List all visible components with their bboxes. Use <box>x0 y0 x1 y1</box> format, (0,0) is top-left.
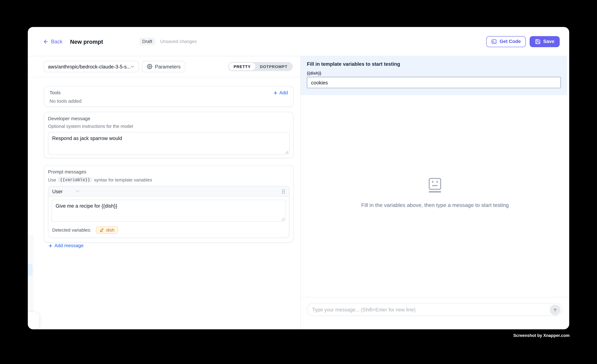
developer-message-title: Developer message <box>48 116 290 121</box>
save-label: Save <box>543 39 554 44</box>
prompt-messages-card: Prompt messages Use {{variable}} syntax … <box>44 165 294 243</box>
tools-empty-text: No tools added <box>49 99 288 104</box>
tools-card: Tools Add No tools added <box>44 86 294 107</box>
save-button[interactable]: Save <box>530 36 560 47</box>
parameters-button[interactable]: Parameters <box>142 61 186 72</box>
cut-off-sidebar-active-item[interactable] <box>28 264 33 276</box>
get-code-label: Get Code <box>500 39 521 44</box>
watermark-text: Screenshot by Xnapper.com <box>513 333 570 338</box>
plus-icon <box>273 90 278 95</box>
editor-cards: Tools Add No tools added Devel <box>28 77 300 243</box>
variable-badge[interactable]: dish <box>96 226 118 234</box>
role-selector[interactable]: User <box>52 188 63 194</box>
toggle-option-pretty[interactable]: PRETTY <box>229 63 255 70</box>
cut-off-popover-card <box>28 312 39 329</box>
main-split: aws/anthropic/bedrock-claude-3-5-s... Pa… <box>28 56 569 329</box>
robot-face-icon <box>429 178 441 193</box>
arrow-up-icon <box>552 307 558 312</box>
variable-syntax-code: {{variable}} <box>58 177 92 182</box>
detected-variables-label: Detected variables: <box>52 228 91 233</box>
chevron-down-icon[interactable] <box>76 189 80 194</box>
variable-value-input[interactable] <box>307 77 561 88</box>
hint-suffix: syntax for template variables <box>94 177 152 182</box>
plus-icon <box>48 243 53 248</box>
empty-state-text: Fill in the variables above, then type a… <box>361 202 509 208</box>
add-tool-button[interactable]: Add <box>273 90 288 95</box>
gear-icon <box>147 64 152 69</box>
page-title: New prompt <box>70 38 103 45</box>
tester-panel: Fill in template variables to start test… <box>301 56 569 329</box>
terminal-window-icon <box>491 39 497 44</box>
variable-badge-label: dish <box>106 228 115 233</box>
toggle-option-dotprompt[interactable]: DOTPROMPT <box>255 63 292 70</box>
floppy-disk-icon <box>535 39 541 44</box>
parameters-label: Parameters <box>155 64 181 69</box>
pencil-line-icon <box>99 228 104 232</box>
developer-message-textarea[interactable]: Respond as jack sparrow would <box>48 132 290 155</box>
chevron-down-icon <box>130 64 135 69</box>
back-label: Back <box>51 39 63 44</box>
message-header: User <box>48 186 289 197</box>
variable-key-label: {{dish}} <box>307 71 561 75</box>
chat-empty-area: Fill in the variables above, then type a… <box>301 92 569 294</box>
send-button[interactable] <box>550 305 560 315</box>
model-selector-value: aws/anthropic/bedrock-claude-3-5-s... <box>48 64 130 69</box>
add-message-button[interactable]: Add message <box>48 243 289 248</box>
detected-variables-row: Detected variables: dish <box>51 226 286 235</box>
header-actions: Get Code Save <box>486 36 560 47</box>
developer-message-subtitle: Optional system instructions for the mod… <box>48 124 290 129</box>
model-row: aws/anthropic/bedrock-claude-3-5-s... Pa… <box>28 56 300 77</box>
unsaved-changes-text: Unsaved changes <box>160 39 197 44</box>
back-button[interactable]: Back <box>43 39 63 44</box>
header: Back New prompt Draft Unsaved changes Ge… <box>28 27 569 56</box>
variable-syntax-hint: Use {{variable}} syntax for template var… <box>48 177 289 182</box>
hint-prefix: Use <box>48 177 56 182</box>
add-message-label: Add message <box>55 243 83 248</box>
screenshot-stage: Back New prompt Draft Unsaved changes Ge… <box>0 0 597 364</box>
format-toggle: PRETTY DOTPROMPT <box>228 62 293 71</box>
drag-handle-icon[interactable] <box>282 189 285 194</box>
prompt-editor-panel: aws/anthropic/bedrock-claude-3-5-s... Pa… <box>28 56 301 329</box>
app-window: Back New prompt Draft Unsaved changes Ge… <box>28 27 569 329</box>
developer-message-card: Developer message Optional system instru… <box>44 112 294 158</box>
composer-area <box>301 297 569 329</box>
prompt-messages-title: Prompt messages <box>48 169 289 174</box>
tools-title: Tools <box>49 90 61 95</box>
template-variables-panel: Fill in template variables to start test… <box>301 56 567 95</box>
message-block: User Give me a recipe for {{d <box>48 186 289 238</box>
arrow-left-icon <box>43 39 49 44</box>
get-code-button[interactable]: Get Code <box>486 36 526 47</box>
add-tool-label: Add <box>279 90 288 95</box>
composer-box <box>307 303 562 316</box>
tester-title: Fill in template variables to start test… <box>307 61 561 67</box>
message-body: Give me a recipe for {{dish}} Detected v… <box>48 197 289 238</box>
model-selector[interactable]: aws/anthropic/bedrock-claude-3-5-s... <box>44 61 139 72</box>
chat-message-input[interactable] <box>307 303 562 316</box>
status-badge: Draft <box>139 38 155 45</box>
user-message-textarea[interactable]: Give me a recipe for {{dish}} <box>51 200 286 222</box>
